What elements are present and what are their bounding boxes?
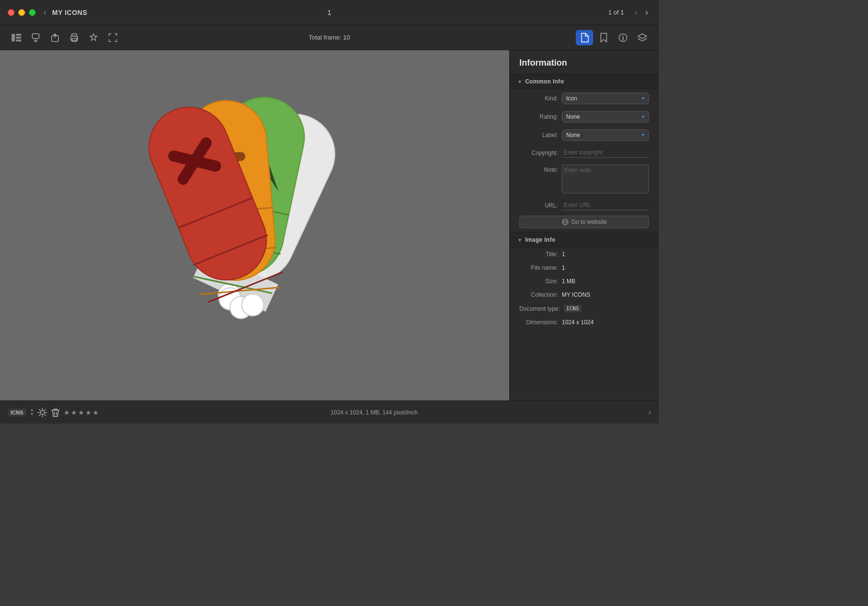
svg-rect-8 [72, 39, 77, 41]
svg-point-9 [76, 38, 77, 39]
label-select-wrap[interactable]: None Red Orange Yellow Green Blue Purple… [562, 129, 649, 141]
sidebar-icon [12, 34, 21, 41]
size-value: 1 MB [562, 278, 575, 285]
rating-select[interactable]: None ★ ★★ ★★★ ★★★★ ★★★★★ [562, 111, 649, 123]
svg-rect-7 [72, 34, 77, 36]
copyright-row: Copyright: [510, 144, 659, 161]
arrow-up: ▲ [30, 408, 34, 412]
note-label: Note: [519, 165, 558, 173]
back-button[interactable]: ‹ MY ICONS [43, 7, 87, 17]
size-row: Size: 1 MB [510, 275, 659, 288]
note-row: Note: [510, 161, 659, 197]
titlebar: ‹ MY ICONS 1 1 of 1 ‹ › [0, 0, 659, 25]
titlebar-right: 1 of 1 ‹ › [608, 6, 651, 18]
expand-button[interactable] [104, 30, 122, 45]
rating-stars[interactable]: ★★★★★ [64, 409, 100, 416]
dimensions-value: 1024 x 1024 [562, 319, 594, 326]
panel-title: Information [510, 50, 659, 74]
title-value: 1 [562, 251, 565, 258]
title-label: Title: [519, 251, 558, 258]
maximize-button[interactable] [29, 9, 36, 16]
appstore-icon [89, 33, 98, 42]
url-row: URL: [510, 197, 659, 214]
export-icon [51, 33, 59, 42]
svg-rect-4 [32, 34, 39, 39]
size-label: Size: [519, 278, 558, 285]
collection-label: Collection: [519, 291, 558, 298]
layers-panel-button[interactable] [634, 30, 651, 45]
print-button[interactable] [66, 30, 83, 45]
image-info-header[interactable]: ▼ Image Info [510, 232, 659, 248]
collection-title: MY ICONS [52, 9, 87, 16]
print-icon [69, 33, 79, 42]
rating-select-wrap[interactable]: None ★ ★★ ★★★ ★★★★ ★★★★★ [562, 111, 649, 123]
arrow-down: ▼ [30, 413, 34, 416]
svg-point-35 [41, 411, 44, 414]
doctype-value: ICNS [564, 305, 582, 312]
url-input[interactable] [562, 200, 649, 210]
import-button[interactable] [27, 30, 44, 45]
dimensions-row: Dimensions: 1024 x 1024 [510, 316, 659, 329]
expand-icon [108, 33, 117, 42]
nav-arrows: ‹ › [632, 6, 651, 18]
kind-label: Kind: [519, 95, 558, 102]
svg-rect-1 [16, 34, 21, 36]
copyright-label: Copyright: [519, 150, 558, 156]
kind-row: Kind: Icon Document Application [510, 89, 659, 108]
export-button[interactable] [46, 30, 64, 45]
page-indicator: 1 of 1 [608, 9, 624, 16]
kind-select[interactable]: Icon Document Application [562, 93, 649, 104]
brightness-icon[interactable] [38, 408, 47, 417]
format-badge: ICNS [8, 409, 26, 416]
kind-select-wrap[interactable]: Icon Document Application [562, 93, 649, 104]
url-label: URL: [519, 202, 558, 209]
bookmark-icon [600, 33, 608, 42]
common-info-label: Common Info [525, 78, 564, 85]
collection-row: Collection: MY ICONS [510, 288, 659, 302]
svg-rect-2 [16, 37, 21, 39]
label-select[interactable]: None Red Orange Yellow Green Blue Purple… [562, 129, 649, 141]
minimize-button[interactable] [18, 9, 25, 16]
toolbar-left [8, 30, 122, 45]
toolbar-panel-buttons [576, 30, 651, 45]
sidebar-toggle-button[interactable] [8, 30, 25, 45]
canvas-area[interactable] [0, 50, 509, 400]
svg-point-11 [623, 35, 624, 36]
trash-icon[interactable] [51, 408, 60, 417]
label-label: Label: [519, 132, 558, 138]
traffic-lights [8, 9, 36, 16]
right-panel: Information ▼ Common Info Kind: Icon Doc… [509, 50, 659, 400]
collection-value: MY ICONS [562, 291, 590, 298]
go-web-label: Go to website [571, 219, 607, 225]
main-layout: Information ▼ Common Info Kind: Icon Doc… [0, 50, 659, 400]
status-info: 1024 x 1024, 1 MB, 144 pixel/inch [104, 409, 644, 416]
bookmark-panel-button[interactable] [595, 30, 612, 45]
doctype-label: Document type: [519, 305, 560, 312]
page-title: 1 [327, 9, 331, 16]
svg-rect-0 [12, 34, 15, 41]
globe-icon [562, 219, 569, 225]
format-arrows[interactable]: ▲ ▼ [30, 408, 34, 416]
close-button[interactable] [8, 9, 14, 16]
document-panel-button[interactable] [576, 30, 593, 45]
common-info-header[interactable]: ▼ Common Info [510, 74, 659, 89]
go-web-button[interactable]: Go to website [519, 216, 649, 228]
filename-value: 1 [562, 264, 565, 271]
appstore-button[interactable] [85, 30, 102, 45]
copyright-input[interactable] [562, 148, 649, 158]
filename-label: File name: [519, 264, 558, 271]
rating-label: Rating: [519, 113, 558, 120]
image-info-label: Image Info [525, 236, 556, 243]
filename-row: File name: 1 [510, 261, 659, 275]
status-right-arrow[interactable]: › [649, 408, 651, 417]
next-arrow[interactable]: › [642, 6, 651, 18]
statusbar: ICNS ▲ ▼ ★★★★★ 1024 x 1024, 1 MB, 144 pi… [0, 400, 659, 424]
document-icon [580, 33, 589, 42]
import-icon [31, 33, 40, 42]
doctype-row: Document type: ICNS [510, 302, 659, 316]
total-frame-label: Total frame: 10 [309, 34, 350, 41]
prev-arrow[interactable]: ‹ [632, 6, 640, 18]
note-textarea[interactable] [562, 165, 649, 193]
info-panel-button[interactable] [614, 30, 632, 45]
info-icon [618, 33, 628, 42]
